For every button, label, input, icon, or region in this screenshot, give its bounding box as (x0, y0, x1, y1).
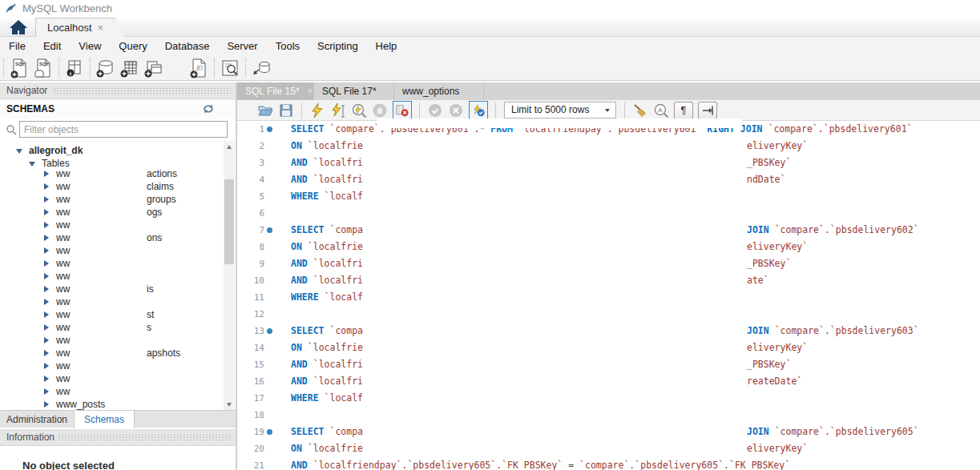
toggle-wrap-button[interactable] (698, 102, 717, 119)
menu-help[interactable]: Help (367, 37, 406, 56)
tree-item-table[interactable]: ww (0, 334, 222, 347)
schema-inspector-icon[interactable] (220, 58, 240, 78)
toggle-stop-on-error-button[interactable] (393, 101, 412, 120)
menu-view[interactable]: View (70, 37, 110, 56)
code-line-10[interactable]: 10AND `localfriate` (237, 272, 980, 289)
expand-icon[interactable] (44, 350, 49, 356)
menu-edit[interactable]: Edit (34, 37, 70, 56)
code-line-11[interactable]: 11WHERE `localf (237, 289, 980, 306)
tab-localhost[interactable]: Localhost × (35, 18, 125, 37)
expand-icon[interactable] (44, 286, 49, 292)
code-line-21[interactable]: 21AND `localfriendpay`.`pbsdelivery605`.… (237, 457, 980, 470)
code-line-17[interactable]: 17WHERE `localf (237, 390, 980, 407)
filter-objects-input[interactable] (19, 121, 228, 138)
create-function-icon[interactable]: f() (188, 58, 209, 78)
database-connection-icon[interactable] (251, 58, 272, 78)
code-line-12[interactable]: 12 (237, 306, 980, 323)
tree-item-table[interactable]: ww (0, 244, 222, 257)
tree-item-table[interactable]: wwons (0, 231, 222, 244)
code-line-13[interactable]: 13SELECT `compaJOIN `compare`.`pbsdelive… (237, 323, 980, 339)
expand-icon[interactable] (44, 196, 49, 203)
code-line-2[interactable]: 2ON `localfrieeliveryKey` (237, 138, 980, 155)
expand-icon[interactable] (44, 260, 49, 267)
table-data-info-icon[interactable]: i (64, 58, 85, 78)
code-line-3[interactable]: 3AND `localfri_PBSKey` (237, 155, 980, 171)
limit-rows-dropdown[interactable]: Limit to 5000 rows (504, 102, 616, 119)
menu-query[interactable]: Query (110, 37, 155, 56)
editor-tab-www-options[interactable]: www_options (394, 82, 484, 100)
toggle-invisibles-button[interactable]: ¶ (674, 102, 693, 119)
editor-tab-sql-file-15-[interactable]: SQL File 15*× (237, 82, 314, 100)
find-icon[interactable]: A (653, 102, 669, 119)
scroll-up-icon[interactable] (224, 141, 235, 152)
tree-item-table[interactable]: wwst (0, 308, 222, 321)
editor-tab-sql-file-17-[interactable]: SQL File 17* (314, 82, 394, 100)
expand-icon[interactable] (44, 363, 49, 369)
tab-administration[interactable]: Administration (6, 414, 67, 425)
toggle-autocommit-button[interactable] (469, 101, 488, 120)
sql-code-area[interactable]: 1SELECT `compare`.`pbsdelivery601`.* FRO… (237, 121, 980, 470)
expand-icon[interactable] (44, 209, 49, 215)
tab-schemas[interactable]: Schemas (74, 411, 135, 428)
tree-item-table[interactable]: wwis (0, 283, 222, 295)
tree-item-table[interactable]: wwactions (0, 167, 222, 180)
tree-item-table[interactable]: wwclaims (0, 180, 222, 193)
expand-icon[interactable] (44, 311, 49, 318)
menu-scripting[interactable]: Scripting (309, 37, 367, 56)
tree-item-table[interactable]: ww (0, 270, 222, 283)
code-line-16[interactable]: 16AND `localfrireateDate` (237, 373, 980, 390)
expand-icon[interactable] (44, 235, 49, 241)
create-table-icon[interactable] (119, 58, 140, 78)
beautify-icon[interactable] (632, 102, 648, 119)
code-line-8[interactable]: 8ON `localfrieeliveryKey` (237, 239, 980, 255)
code-line-7[interactable]: 7SELECT `compaJOIN `compare`.`pbsdeliver… (237, 222, 980, 239)
menu-tools[interactable]: Tools (267, 37, 309, 56)
collapse-icon[interactable] (16, 149, 22, 154)
code-line-5[interactable]: 5WHERE `localf (237, 188, 980, 205)
create-schema-icon[interactable] (95, 58, 116, 78)
open-sql-script-icon[interactable]: SQL (33, 58, 54, 78)
execute-current-icon[interactable] (330, 102, 346, 119)
code-line-9[interactable]: 9AND `localfri_PBSKey` (237, 255, 980, 272)
commit-icon[interactable] (427, 102, 443, 119)
refresh-schemas-icon[interactable] (202, 102, 215, 115)
expand-icon[interactable] (44, 388, 49, 395)
menu-file[interactable]: File (0, 37, 34, 56)
tree-item-table[interactable]: ww (0, 257, 222, 270)
tree-item-table[interactable]: wwgroups (0, 193, 222, 206)
open-file-icon[interactable] (257, 102, 273, 119)
tree-item-table[interactable]: ww (0, 219, 222, 231)
code-line-15[interactable]: 15AND `localfri_PBSKey` (237, 356, 980, 373)
tree-item-table[interactable]: ww (0, 385, 222, 398)
collapse-icon[interactable] (29, 162, 35, 167)
tree-item-table[interactable]: wwogs (0, 206, 222, 219)
tree-item-table[interactable]: ww (0, 360, 222, 372)
tree-item-table[interactable]: www_posts (0, 398, 222, 410)
stop-icon[interactable] (372, 102, 388, 119)
expand-icon[interactable] (44, 337, 49, 343)
execute-icon[interactable] (309, 102, 325, 119)
code-line-4[interactable]: 4AND `localfrindDate` (237, 171, 980, 188)
rollback-icon[interactable] (448, 102, 464, 119)
tree-item-table[interactable]: ww (0, 295, 222, 308)
code-line-6[interactable]: 6 (237, 205, 980, 222)
expand-icon[interactable] (44, 401, 49, 408)
expand-icon[interactable] (44, 171, 49, 177)
close-tab-icon[interactable]: × (308, 86, 313, 97)
code-line-18[interactable]: 18 (237, 407, 980, 424)
expand-icon[interactable] (44, 273, 49, 279)
navigator-scrollbar[interactable] (224, 141, 235, 410)
expand-icon[interactable] (44, 299, 49, 305)
save-icon[interactable] (278, 102, 294, 119)
expand-icon[interactable] (44, 247, 49, 254)
scroll-down-icon[interactable] (224, 399, 235, 410)
menu-database[interactable]: Database (156, 37, 219, 56)
home-button[interactable] (6, 19, 30, 35)
code-line-20[interactable]: 20ON `localfrieeliveryKey` (237, 440, 980, 457)
create-view-icon[interactable] (143, 58, 164, 78)
scrollbar-thumb[interactable] (224, 179, 234, 264)
close-tab-icon[interactable]: × (97, 18, 103, 37)
expand-icon[interactable] (44, 324, 49, 331)
code-line-14[interactable]: 14ON `localfrieeliveryKey` (237, 339, 980, 356)
expand-icon[interactable] (44, 183, 49, 190)
